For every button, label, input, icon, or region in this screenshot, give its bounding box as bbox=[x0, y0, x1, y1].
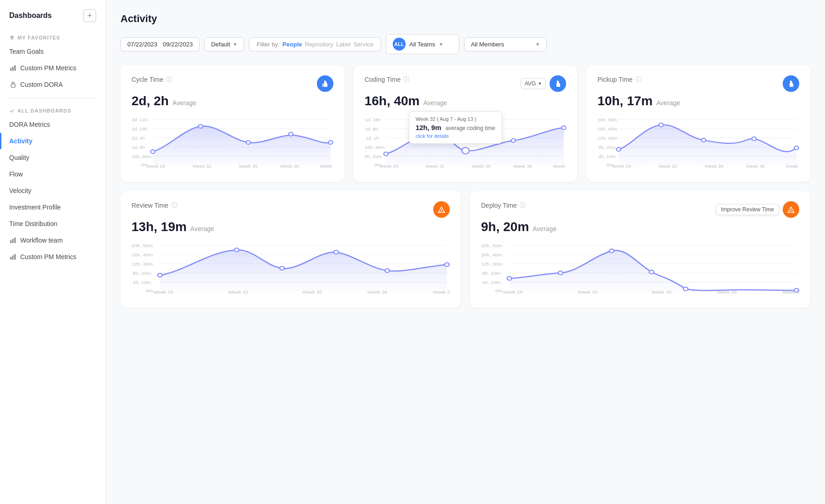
sidebar-item-time-distribution[interactable]: Time Distribution bbox=[0, 215, 105, 232]
card-title: Review Time ⓘ bbox=[132, 201, 177, 210]
svg-point-109 bbox=[649, 270, 654, 274]
svg-text:4h, 10m: 4h, 10m bbox=[132, 280, 151, 285]
chevron-down-icon: ▼ bbox=[233, 42, 237, 47]
sidebar-item-label: Team Goals bbox=[9, 48, 44, 55]
svg-text:12h, 30m: 12h, 30m bbox=[132, 262, 153, 266]
alert-badge[interactable] bbox=[433, 201, 450, 218]
add-dashboard-button[interactable]: + bbox=[83, 9, 96, 22]
info-icon[interactable]: ⓘ bbox=[171, 201, 177, 210]
svg-point-65 bbox=[702, 138, 706, 142]
svg-text:12h, 30m: 12h, 30m bbox=[597, 136, 617, 141]
chevron-down-icon: ▼ bbox=[439, 42, 443, 47]
sidebar-item-velocity[interactable]: Velocity bbox=[0, 182, 105, 199]
line-chart-svg: 20h, 50m 16h, 40m 12h, 30m 8h, 20m 4h, 1… bbox=[481, 241, 799, 294]
svg-point-106 bbox=[507, 277, 512, 280]
improve-review-time-badge[interactable]: Improve Review Time bbox=[716, 204, 779, 215]
sidebar-item-workflow-team[interactable]: Workflow team bbox=[0, 232, 105, 249]
card-title: Coding Time ⓘ bbox=[365, 75, 410, 84]
svg-text:16h, 40m: 16h, 40m bbox=[481, 253, 502, 257]
svg-text:12h, 30m: 12h, 30m bbox=[481, 262, 502, 266]
sidebar-item-flow[interactable]: Flow bbox=[0, 166, 105, 182]
bar-chart-icon bbox=[9, 253, 17, 260]
bar-chart-icon bbox=[9, 64, 17, 72]
svg-text:8h, 20m: 8h, 20m bbox=[599, 145, 616, 150]
svg-point-25 bbox=[328, 141, 332, 144]
card-header: Coding Time ⓘ AVG ▼ bbox=[365, 75, 567, 92]
svg-text:16h, 40m: 16h, 40m bbox=[132, 253, 153, 257]
svg-text:Week 32: Week 32 bbox=[228, 290, 248, 294]
svg-text:8h, 20m: 8h, 20m bbox=[365, 154, 382, 159]
sidebar-item-team-goals[interactable]: Team Goals bbox=[0, 43, 105, 60]
info-icon[interactable]: ⓘ bbox=[520, 201, 526, 210]
default-label: Default bbox=[211, 41, 230, 48]
metric-value: 10h, 17m bbox=[597, 94, 653, 108]
alert-badge[interactable] bbox=[783, 201, 799, 218]
avg-select-label: AVG bbox=[525, 80, 536, 87]
thumbs-up-badge[interactable] bbox=[783, 75, 799, 92]
svg-rect-1 bbox=[12, 67, 14, 71]
team-dropdown[interactable]: ALL All Teams ▼ bbox=[386, 34, 459, 54]
svg-point-84 bbox=[158, 273, 162, 277]
sidebar-divider bbox=[9, 98, 96, 99]
card-header: Deploy Time ⓘ Improve Review Time bbox=[481, 201, 799, 218]
card-header: Cycle Time ⓘ bbox=[132, 75, 333, 92]
filter-repository[interactable]: Repository bbox=[305, 41, 333, 48]
svg-point-87 bbox=[334, 250, 338, 254]
thumbs-up-badge[interactable] bbox=[550, 75, 566, 92]
svg-text:20h, 50m: 20h, 50m bbox=[597, 118, 617, 122]
info-icon[interactable]: ⓘ bbox=[166, 75, 172, 84]
sidebar-item-label: Velocity bbox=[9, 187, 31, 194]
all-dashboards-section-label: ALL DASHBOARDS bbox=[0, 104, 105, 116]
main-content: Activity 07/22/2023 09/22/2023 Default ▼… bbox=[106, 0, 825, 504]
info-icon[interactable]: ⓘ bbox=[403, 75, 409, 84]
svg-text:4h, 10m: 4h, 10m bbox=[599, 154, 616, 159]
sidebar-item-dora-metrics[interactable]: DORA Metrics bbox=[0, 116, 105, 133]
svg-point-85 bbox=[235, 248, 239, 252]
filter-people[interactable]: People bbox=[282, 41, 302, 48]
default-button[interactable]: Default ▼ bbox=[204, 37, 244, 51]
svg-text:Week 29: Week 29 bbox=[153, 290, 173, 294]
date-range-button[interactable]: 07/22/2023 09/22/2023 bbox=[120, 37, 200, 51]
svg-text:16h, 40m: 16h, 40m bbox=[365, 145, 384, 150]
svg-text:Week 35: Week 35 bbox=[705, 164, 724, 168]
tooltip-click-link[interactable]: click for details bbox=[416, 133, 495, 139]
members-dropdown[interactable]: All Members ▼ bbox=[464, 37, 547, 51]
line-chart-svg: 3d, 11h 2d, 19h 2d, 2h 1d, 9h 16h, 40m 0… bbox=[132, 115, 333, 168]
info-icon[interactable]: ⓘ bbox=[636, 75, 642, 84]
bar-chart-icon bbox=[9, 237, 17, 244]
svg-text:8h, 20m: 8h, 20m bbox=[132, 271, 151, 276]
svg-text:Week 36: Week 36 bbox=[746, 164, 765, 168]
metric-value: 2d, 2h bbox=[132, 94, 169, 108]
filter-label-option[interactable]: Label bbox=[336, 41, 351, 48]
svg-text:Week 32: Week 32 bbox=[193, 164, 212, 168]
sidebar-title: Dashboards bbox=[9, 11, 52, 20]
sidebar-item-label: Custom PM Metrics bbox=[20, 253, 76, 260]
avg-select[interactable]: AVG ▼ bbox=[521, 78, 546, 89]
sidebar-item-activity[interactable]: Activity bbox=[0, 133, 105, 149]
sidebar-item-label: Time Distribution bbox=[9, 220, 57, 227]
card-metric: 9h, 20m Average bbox=[481, 220, 799, 234]
sidebar-item-quality[interactable]: Quality bbox=[0, 149, 105, 166]
svg-rect-8 bbox=[12, 255, 14, 260]
thumbs-up-badge[interactable] bbox=[317, 75, 333, 92]
svg-text:1d, 9h: 1d, 9h bbox=[365, 127, 378, 131]
sidebar-item-custom-dora[interactable]: Custom DORA bbox=[0, 76, 105, 93]
sidebar-item-custom-pm-metrics-2[interactable]: Custom PM Metrics bbox=[0, 249, 105, 265]
svg-point-23 bbox=[246, 141, 250, 144]
svg-text:0m: 0m bbox=[146, 289, 153, 293]
tooltip-content: 12h, 9m average coding time bbox=[416, 124, 495, 131]
chart-area: 20h, 50m 16h, 40m 12h, 30m 8h, 20m 4h, 1… bbox=[597, 115, 799, 175]
filter-bar: Filter by: People Repository Label Servi… bbox=[249, 37, 381, 51]
svg-text:Week 35: Week 35 bbox=[239, 164, 258, 168]
svg-text:1d, 9h: 1d, 9h bbox=[132, 145, 145, 150]
svg-rect-6 bbox=[14, 238, 16, 243]
filter-service[interactable]: Service bbox=[354, 41, 373, 48]
metric-value: 16h, 40m bbox=[365, 94, 420, 108]
svg-point-108 bbox=[609, 249, 614, 253]
svg-text:1d, 18h: 1d, 18h bbox=[365, 118, 381, 122]
sidebar-item-investment-profile[interactable]: Investment Profile bbox=[0, 199, 105, 215]
svg-point-21 bbox=[151, 150, 155, 153]
svg-text:Week 29: Week 29 bbox=[503, 290, 523, 294]
sidebar-item-custom-pm-metrics[interactable]: Custom PM Metrics bbox=[0, 60, 105, 76]
svg-point-66 bbox=[752, 137, 756, 141]
